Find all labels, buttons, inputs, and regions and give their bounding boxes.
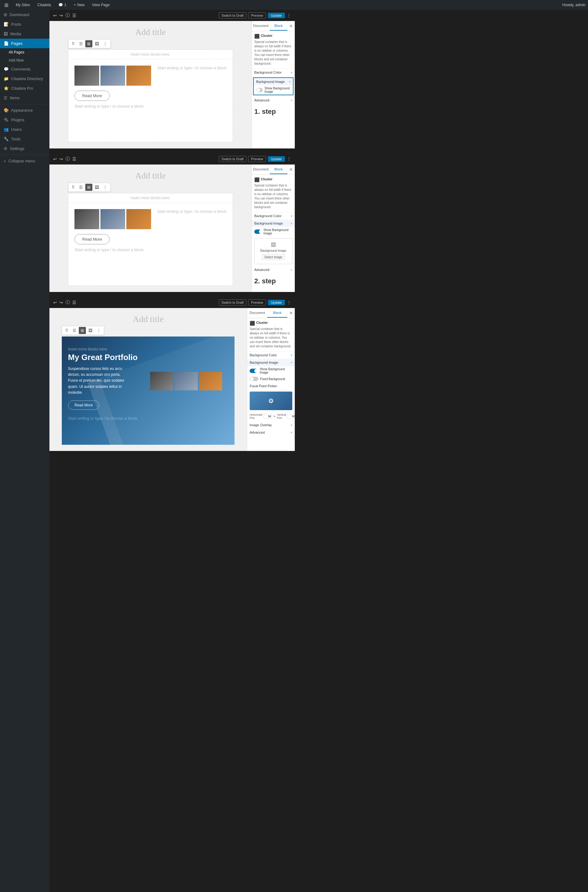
document-tab-1[interactable]: Document	[252, 21, 270, 31]
toolbar-grid-1[interactable]: ⊞	[85, 40, 92, 47]
page-title-3[interactable]: Add title	[62, 314, 234, 324]
switch-to-draft-btn-3[interactable]: Switch to Draft	[219, 299, 247, 305]
more-options-icon-2[interactable]: ⋮	[287, 156, 291, 161]
page-title-2[interactable]: Add title	[68, 171, 233, 181]
nav-pages[interactable]: 📄 Pages	[0, 39, 50, 48]
nav-tools[interactable]: 🔧 Tools	[0, 134, 50, 144]
toolbar-grid-3[interactable]: ⊞	[79, 327, 86, 334]
toolbar-list-2[interactable]: ☰	[77, 184, 85, 191]
more-options-icon-3[interactable]: ⋮	[287, 300, 291, 305]
nav-all-pages[interactable]: All Pages	[0, 48, 50, 56]
start-writing-2[interactable]: Start writing or type / to choose a bloc…	[157, 209, 226, 214]
advanced-row-3[interactable]: Advanced ▾	[247, 429, 295, 436]
focal-point-container-3[interactable]	[250, 391, 292, 410]
new-content[interactable]: +New	[72, 0, 87, 10]
show-bg-image-toggle-3[interactable]	[250, 369, 258, 373]
toolbar-list-1[interactable]: ☰	[77, 40, 85, 47]
toolbar-image-3[interactable]: 🖼	[87, 327, 94, 334]
redo-icon[interactable]: ↪	[59, 13, 63, 18]
nav-media[interactable]: 🖼 Media	[0, 29, 50, 39]
document-tab-2[interactable]: Document	[252, 165, 270, 174]
toolbar-drag-2[interactable]: ⠿	[70, 184, 76, 191]
toolbar-more-3[interactable]: ⋮	[95, 327, 103, 334]
toolbar-list-3[interactable]: ☰	[71, 327, 78, 334]
update-btn-2[interactable]: Update	[268, 156, 285, 162]
bg-color-row-3[interactable]: Background Color ▾	[247, 351, 295, 359]
vertical-pos-input-3[interactable]	[287, 414, 295, 419]
switch-to-draft-btn-2[interactable]: Switch to Draft	[219, 156, 247, 162]
toolbar-image-1[interactable]: 🖼	[93, 40, 101, 47]
preview-btn-2[interactable]: Preview	[248, 156, 266, 162]
focal-point-preview-3[interactable]	[250, 391, 292, 410]
redo-icon-2[interactable]: ↪	[59, 156, 63, 161]
nav-plugins[interactable]: 🔌 Plugins	[0, 115, 50, 125]
preview-btn-3[interactable]: Preview	[248, 299, 266, 305]
more-options-icon-1[interactable]: ⋮	[287, 13, 291, 18]
menu-icon-2[interactable]: ☰	[72, 156, 76, 161]
nav-items[interactable]: ☰ Items	[0, 93, 50, 103]
nav-comments[interactable]: 💬 Comments	[0, 64, 50, 74]
select-image-btn-2[interactable]: Select image	[262, 254, 285, 260]
toolbar-grid-2[interactable]: ⊞	[85, 184, 92, 191]
page-title-1[interactable]: Add title	[68, 27, 233, 37]
block-tab-2[interactable]: Block	[270, 165, 287, 174]
advanced-row-1[interactable]: Advanced ▾	[252, 96, 295, 104]
panel-close-1[interactable]: ✕	[287, 21, 295, 31]
start-writing-bottom-2[interactable]: Start writing or type / to choose a bloc…	[75, 247, 151, 252]
toolbar-more-1[interactable]: ⋮	[101, 40, 109, 47]
focal-point-dot-3[interactable]	[269, 399, 273, 403]
comments-count[interactable]: 💬1	[57, 0, 68, 10]
citadela-menu[interactable]: Citadela	[36, 0, 53, 10]
toolbar-drag-3[interactable]: ⠿	[63, 327, 70, 334]
block-tab-1[interactable]: Block	[270, 21, 287, 31]
undo-icon-3[interactable]: ↩	[53, 300, 57, 305]
nav-posts[interactable]: 📝 Posts	[0, 20, 50, 29]
start-writing-bottom-1[interactable]: Start writing or type / to choose a bloc…	[75, 104, 151, 108]
start-writing-1[interactable]: Start writing or type / to choose a bloc…	[157, 66, 226, 70]
bg-image-select-box-2[interactable]: 🖼 Background Image Select image	[254, 238, 292, 264]
nav-settings[interactable]: ⚙ Settings	[0, 144, 50, 153]
undo-icon-2[interactable]: ↩	[53, 156, 57, 161]
panel-close-2[interactable]: ✕	[287, 164, 295, 174]
nav-collapse[interactable]: « Collapse menu	[0, 156, 50, 166]
nav-users[interactable]: 👥 Users	[0, 125, 50, 134]
toolbar-more-2[interactable]: ⋮	[101, 184, 109, 191]
image-overlay-row-3[interactable]: Image Overlay ▾	[247, 421, 295, 429]
nav-citadela-pro[interactable]: ⭐ Citadela Pro	[0, 84, 50, 93]
info-icon-2[interactable]: ⓘ	[66, 156, 70, 162]
nav-dashboard[interactable]: ⊞ Dashboard	[0, 10, 50, 20]
menu-icon[interactable]: ☰	[72, 13, 76, 18]
wp-logo[interactable]: ⊞	[3, 0, 10, 10]
switch-to-draft-btn-1[interactable]: Switch to Draft	[219, 12, 247, 18]
info-icon[interactable]: ⓘ	[66, 13, 70, 18]
bg-image-row-2[interactable]: Background Image ▾	[252, 220, 295, 227]
nav-appearance[interactable]: 🎨 Appearance	[0, 105, 50, 115]
show-bg-image-toggle-2[interactable]	[254, 230, 261, 234]
preview-btn-1[interactable]: Preview	[248, 12, 266, 18]
bg-image-row-1[interactable]: Background Image ▾	[254, 78, 293, 85]
toolbar-image-2[interactable]: 🖼	[93, 184, 101, 191]
fixed-bg-toggle-3[interactable]	[250, 377, 258, 381]
read-more-btn-1[interactable]: Read More	[75, 90, 110, 101]
nav-citadela-directory[interactable]: 📁 Citadela Directory	[0, 74, 50, 84]
bg-color-row-1[interactable]: Background Color ▾	[252, 69, 295, 76]
view-page[interactable]: View Page	[90, 0, 111, 10]
read-more-btn-2[interactable]: Read More	[75, 234, 110, 244]
panel-close-3[interactable]: ✕	[287, 308, 295, 318]
bg-image-row-3[interactable]: Background Image ▾	[247, 359, 295, 366]
toolbar-drag-1[interactable]: ⠿	[70, 40, 76, 47]
nav-add-new[interactable]: Add New	[0, 56, 50, 64]
portfolio-read-more-btn-3[interactable]: Read More	[68, 400, 99, 410]
update-btn-3[interactable]: Update	[268, 300, 285, 305]
start-writing-3[interactable]: Start writing or type / to choose a bloc…	[68, 416, 228, 421]
redo-icon-3[interactable]: ↪	[59, 300, 63, 305]
document-tab-3[interactable]: Document	[247, 308, 267, 317]
my-sites-menu[interactable]: My Sites	[14, 0, 32, 10]
undo-icon[interactable]: ↩	[53, 13, 57, 18]
advanced-row-2[interactable]: Advanced ▾	[252, 266, 295, 274]
info-icon-3[interactable]: ⓘ	[66, 300, 70, 305]
show-bg-image-toggle-1[interactable]	[256, 88, 262, 92]
block-tab-3[interactable]: Block	[267, 308, 287, 317]
bg-color-row-2[interactable]: Background Color ▾	[252, 212, 295, 220]
menu-icon-3[interactable]: ☰	[72, 300, 76, 305]
